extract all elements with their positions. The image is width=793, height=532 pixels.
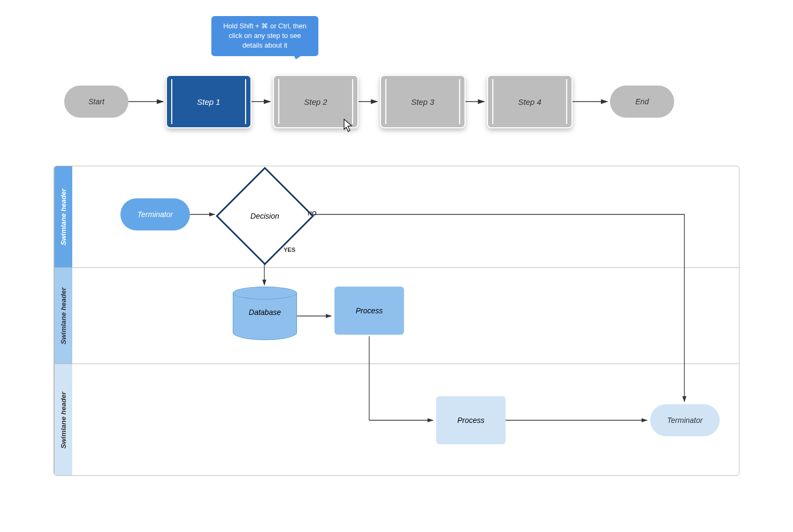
step-1-label: Step 1	[197, 97, 220, 106]
swimlane-header-2[interactable]: Swimlane header	[54, 268, 72, 364]
hint-tooltip: Hold Shift + ⌘ or Ctrl, then click on an…	[211, 16, 318, 56]
step-1[interactable]: Step 1	[166, 75, 251, 128]
cursor-icon	[340, 118, 355, 134]
decision-yes-label: YES	[284, 246, 295, 253]
terminator-node-2[interactable]: Terminator	[650, 404, 720, 436]
step-4-label: Step 4	[518, 97, 541, 106]
decision-no-label: NO	[308, 210, 317, 217]
swimlane-header-3[interactable]: Swimlane header	[54, 364, 72, 476]
swimlane-3: Swimlane header Process Terminator	[54, 364, 739, 476]
database-node[interactable]: Database	[233, 287, 297, 340]
step-3-label: Step 3	[411, 97, 434, 106]
swimlane-header-1[interactable]: Swimlane header	[54, 166, 72, 267]
process-node-2[interactable]: Process	[436, 396, 506, 444]
decision-label: Decision	[250, 212, 279, 220]
swimlane-1: Swimlane header Terminator Decision NO Y…	[54, 166, 739, 268]
database-label: Database	[233, 308, 297, 317]
end-terminator[interactable]: End	[610, 86, 674, 118]
start-terminator[interactable]: Start	[64, 86, 128, 118]
decision-node[interactable]: Decision	[216, 167, 314, 265]
swimlane-2: Swimlane header Database Process	[54, 268, 739, 364]
step-3[interactable]: Step 3	[380, 75, 466, 128]
top-flow: Start Step 1 Step 2 Step 3 Step 4 End Ho…	[54, 16, 739, 155]
process-node-1[interactable]: Process	[334, 287, 404, 335]
swimlane-container: Swimlane header Terminator Decision NO Y…	[54, 166, 739, 476]
terminator-node[interactable]: Terminator	[120, 198, 190, 230]
step-4[interactable]: Step 4	[487, 75, 573, 128]
step-2-label: Step 2	[304, 97, 327, 106]
